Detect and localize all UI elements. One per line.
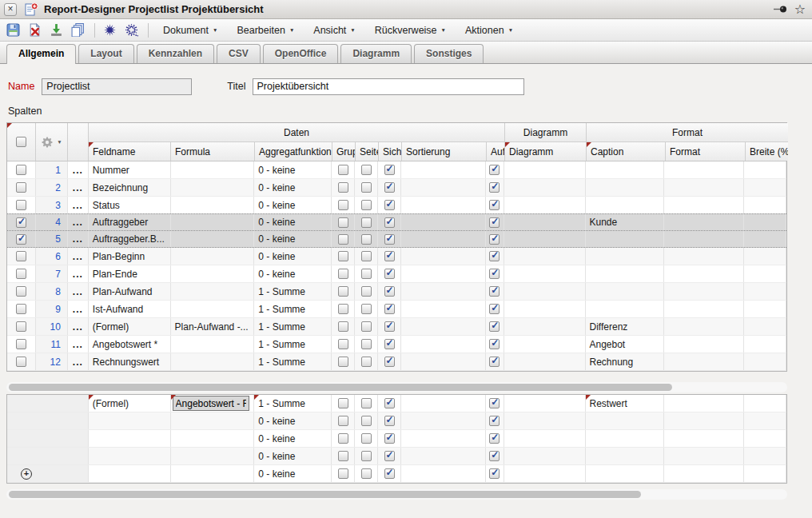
sortierung-cell[interactable] (401, 231, 486, 247)
seite-checkbox[interactable] (361, 357, 372, 367)
diagramm-cell[interactable] (504, 465, 586, 482)
formula-cell[interactable] (171, 231, 255, 247)
formula-cell[interactable] (171, 412, 255, 429)
aufs-checkbox[interactable] (489, 321, 500, 332)
formula-cell[interactable] (171, 395, 255, 412)
favorite-star-icon[interactable]: ☆ (794, 3, 806, 15)
formula-cell[interactable] (171, 265, 255, 282)
row-options-button[interactable]: ... (68, 231, 89, 247)
grup-checkbox[interactable] (338, 165, 348, 175)
caption-cell[interactable] (586, 179, 665, 196)
column-header-feldname[interactable]: Feldname (89, 142, 171, 161)
feldname-cell[interactable]: Plan-Aufwand (89, 283, 171, 300)
aggregatfunktion-cell[interactable]: 1 - Summe (254, 301, 332, 317)
column-header-aufs[interactable]: Aufs (487, 142, 505, 161)
column-header-diagramm[interactable]: Diagramm (505, 142, 587, 161)
row-select-checkbox[interactable] (16, 339, 26, 349)
menu-dokument[interactable]: Dokument▼ (163, 25, 217, 36)
diagramm-cell[interactable] (504, 214, 586, 230)
aufs-checkbox[interactable] (489, 416, 500, 426)
seite-checkbox[interactable] (361, 234, 372, 245)
diagramm-cell[interactable] (504, 179, 586, 196)
column-header-breite[interactable]: Breite (%, (746, 142, 788, 161)
seite-checkbox[interactable] (361, 217, 372, 228)
sicht-checkbox[interactable] (384, 217, 395, 228)
caption-cell[interactable] (586, 430, 665, 447)
diagramm-cell[interactable] (504, 265, 586, 282)
aggregatfunktion-cell[interactable]: 1 - Summe (254, 336, 332, 353)
aggregatfunktion-cell[interactable]: 0 - keine (254, 214, 332, 230)
column-header-aggregatfunktion[interactable]: Aggregatfunktion (255, 142, 332, 161)
caption-cell[interactable] (586, 197, 665, 213)
caption-cell[interactable] (586, 161, 665, 178)
grup-checkbox[interactable] (338, 416, 348, 426)
aufs-checkbox[interactable] (489, 433, 500, 444)
format-cell[interactable] (664, 395, 744, 412)
caption-cell[interactable] (586, 465, 665, 482)
name-input[interactable] (42, 78, 192, 95)
aufs-checkbox[interactable] (489, 339, 500, 349)
format-cell[interactable] (664, 265, 744, 282)
sortierung-cell[interactable] (401, 283, 486, 300)
row-options-button[interactable]: ... (68, 301, 89, 317)
menu-rueckverweise[interactable]: Rückverweise▼ (375, 25, 446, 36)
grup-checkbox[interactable] (338, 234, 348, 245)
grup-checkbox[interactable] (338, 468, 348, 479)
grup-checkbox[interactable] (338, 451, 348, 461)
gear-menu-cell[interactable]: ▼ (36, 123, 68, 161)
copy-button[interactable] (68, 21, 87, 40)
caption-cell[interactable] (586, 283, 665, 300)
grup-checkbox[interactable] (338, 286, 348, 297)
sortierung-cell[interactable] (401, 336, 486, 353)
feldname-cell[interactable]: Plan-Ende (89, 265, 171, 282)
aggregatfunktion-cell[interactable]: 1 - Summe (254, 283, 332, 300)
diagramm-cell[interactable] (504, 283, 586, 300)
aufs-checkbox[interactable] (489, 304, 500, 314)
tab-openoffice[interactable]: OpenOffice (263, 44, 339, 63)
scrollbar-thumb[interactable] (9, 491, 641, 498)
grup-checkbox[interactable] (338, 217, 348, 228)
sortierung-cell[interactable] (401, 318, 486, 335)
grup-checkbox[interactable] (338, 200, 348, 210)
seite-checkbox[interactable] (361, 321, 372, 332)
row-select-checkbox[interactable] (16, 234, 26, 245)
caption-cell[interactable] (586, 265, 665, 282)
column-header-sicht[interactable]: Sicht (379, 142, 402, 161)
format-cell[interactable] (664, 161, 744, 178)
sicht-checkbox[interactable] (384, 286, 395, 297)
row-select-checkbox[interactable] (16, 357, 26, 367)
seite-checkbox[interactable] (361, 433, 372, 444)
caption-cell[interactable]: Kunde (586, 214, 665, 230)
format-cell[interactable] (664, 336, 744, 353)
format-cell[interactable] (664, 301, 744, 317)
tab-kennzahlen[interactable]: Kennzahlen (137, 44, 214, 63)
aufs-checkbox[interactable] (489, 217, 500, 228)
formula-cell[interactable] (171, 179, 255, 196)
sicht-checkbox[interactable] (384, 468, 395, 479)
sicht-checkbox[interactable] (384, 182, 395, 193)
format-cell[interactable] (664, 318, 744, 335)
diagramm-cell[interactable] (504, 395, 586, 412)
seite-checkbox[interactable] (361, 468, 372, 479)
sortierung-cell[interactable] (401, 179, 486, 196)
grup-checkbox[interactable] (338, 251, 348, 261)
formula-cell[interactable] (171, 248, 255, 265)
sicht-checkbox[interactable] (384, 234, 395, 245)
breite-cell[interactable] (744, 265, 786, 282)
feldname-cell[interactable]: Status (89, 197, 171, 213)
grup-checkbox[interactable] (338, 398, 348, 408)
aggregatfunktion-cell[interactable]: 0 - keine (254, 465, 332, 482)
row-select-checkbox[interactable] (16, 321, 26, 332)
diagramm-cell[interactable] (504, 318, 586, 335)
sortierung-cell[interactable] (401, 265, 486, 282)
caption-cell[interactable]: Rechnung (586, 353, 665, 370)
horizontal-scrollbar[interactable] (6, 489, 787, 500)
sortierung-cell[interactable] (401, 448, 486, 464)
breite-cell[interactable] (744, 283, 786, 300)
tab-csv[interactable]: CSV (217, 44, 261, 63)
pin-icon[interactable] (773, 3, 789, 15)
sicht-checkbox[interactable] (384, 451, 395, 461)
export-button[interactable] (46, 21, 66, 40)
caption-cell[interactable] (586, 248, 665, 265)
scrollbar-thumb[interactable] (9, 384, 672, 391)
